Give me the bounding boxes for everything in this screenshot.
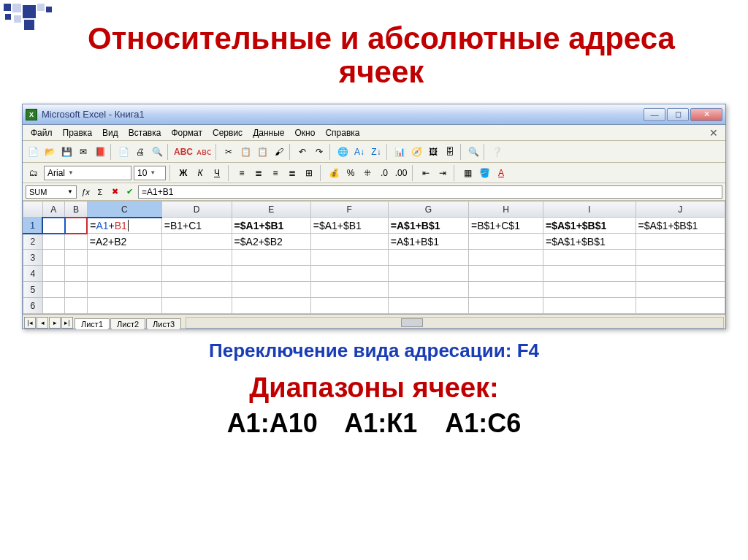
save-icon[interactable]: 💾 bbox=[58, 144, 75, 160]
menu-edit[interactable]: Правка bbox=[58, 126, 98, 139]
spreadsheet-grid[interactable]: A B C D E F G H I J 1 =A1+B1 =B1+C1 =$A1… bbox=[23, 201, 725, 314]
cell[interactable] bbox=[161, 298, 232, 314]
copy-icon[interactable]: 📋 bbox=[237, 144, 253, 160]
preview-icon[interactable]: 🔍 bbox=[149, 144, 165, 160]
chart-icon[interactable]: 📊 bbox=[392, 144, 408, 160]
maximize-button[interactable]: ◻ bbox=[667, 108, 689, 121]
cell[interactable] bbox=[636, 266, 725, 282]
cell[interactable] bbox=[310, 266, 388, 282]
cell[interactable] bbox=[543, 266, 636, 282]
row-header[interactable]: 2 bbox=[23, 234, 43, 250]
accept-edit-icon[interactable]: ✔ bbox=[123, 185, 136, 199]
col-header[interactable]: I bbox=[543, 202, 636, 218]
cell[interactable] bbox=[469, 298, 543, 314]
indent-dec-icon[interactable]: ⇤ bbox=[419, 166, 433, 180]
zoom-icon[interactable]: 🔍 bbox=[465, 144, 481, 160]
sheet-tab[interactable]: Лист2 bbox=[110, 318, 145, 329]
mail-icon[interactable]: ✉ bbox=[75, 144, 91, 160]
cell[interactable]: =$A$1+$B$1 bbox=[636, 218, 725, 234]
cell[interactable]: =$A2+$B2 bbox=[232, 234, 310, 250]
cell[interactable] bbox=[65, 282, 88, 298]
cell[interactable] bbox=[87, 266, 161, 282]
cell[interactable] bbox=[87, 298, 161, 314]
col-header[interactable]: G bbox=[388, 202, 468, 218]
cell[interactable] bbox=[161, 282, 232, 298]
font-size-combo[interactable]: 10 ▼ bbox=[134, 166, 166, 180]
menu-format[interactable]: Формат bbox=[166, 126, 207, 139]
autospell-icon[interactable]: ᴀʙᴄ bbox=[195, 144, 213, 160]
cell[interactable]: =A$1+B$1 bbox=[388, 218, 468, 234]
cell[interactable]: =$A1+$B1 bbox=[232, 218, 310, 234]
cell[interactable] bbox=[161, 250, 232, 266]
cell[interactable] bbox=[636, 250, 725, 266]
last-sheet-icon[interactable]: ▸| bbox=[61, 317, 73, 329]
cell[interactable]: =A$1+B$1 bbox=[388, 234, 468, 250]
export-pdf-icon[interactable]: 📕 bbox=[92, 144, 108, 160]
cell[interactable] bbox=[388, 250, 468, 266]
sheet-tab[interactable]: Лист1 bbox=[75, 318, 110, 329]
cell[interactable]: =B1+C1 bbox=[161, 218, 232, 234]
cell[interactable] bbox=[636, 298, 725, 314]
cut-icon[interactable]: ✂ bbox=[221, 144, 237, 160]
col-header[interactable]: B bbox=[65, 202, 88, 218]
cell[interactable] bbox=[636, 234, 725, 250]
function-wizard-icon[interactable]: ƒx bbox=[79, 185, 92, 199]
sum-icon[interactable]: Σ bbox=[94, 185, 107, 199]
font-name-combo[interactable]: Arial ▼ bbox=[44, 166, 131, 180]
cell[interactable] bbox=[469, 234, 543, 250]
spellcheck-icon[interactable]: ABC bbox=[172, 144, 194, 160]
paste-icon[interactable]: 📋 bbox=[254, 144, 270, 160]
cell[interactable] bbox=[87, 282, 161, 298]
styles-icon[interactable]: 🗂 bbox=[26, 165, 42, 181]
cell[interactable] bbox=[232, 266, 310, 282]
cell[interactable] bbox=[469, 282, 543, 298]
cell[interactable] bbox=[65, 250, 88, 266]
cell[interactable] bbox=[65, 298, 88, 314]
cell[interactable] bbox=[232, 250, 310, 266]
cell[interactable] bbox=[310, 250, 388, 266]
cell[interactable] bbox=[543, 250, 636, 266]
cancel-edit-icon[interactable]: ✖ bbox=[108, 185, 121, 199]
col-header[interactable]: A bbox=[42, 202, 65, 218]
cell[interactable] bbox=[469, 266, 543, 282]
align-left-icon[interactable]: ≡ bbox=[234, 166, 249, 180]
help-icon[interactable]: ❔ bbox=[489, 144, 505, 160]
row-header[interactable]: 4 bbox=[23, 266, 43, 282]
close-button[interactable]: ✕ bbox=[690, 108, 722, 121]
cell[interactable] bbox=[469, 250, 543, 266]
percent-icon[interactable]: % bbox=[343, 166, 358, 180]
col-header[interactable]: E bbox=[232, 202, 310, 218]
sheet-tab[interactable]: Лист3 bbox=[146, 318, 181, 329]
menu-window[interactable]: Окно bbox=[289, 126, 320, 139]
cell[interactable] bbox=[87, 250, 161, 266]
cell[interactable] bbox=[232, 282, 310, 298]
datasources-icon[interactable]: 🗄 bbox=[442, 144, 458, 160]
cell[interactable] bbox=[310, 298, 388, 314]
hyperlink-icon[interactable]: 🌐 bbox=[335, 144, 351, 160]
cell[interactable] bbox=[161, 234, 232, 250]
row-header[interactable]: 1 bbox=[23, 218, 43, 234]
cell[interactable] bbox=[65, 266, 88, 282]
row-header[interactable]: 6 bbox=[23, 298, 43, 314]
col-header[interactable]: F bbox=[310, 202, 388, 218]
cell[interactable]: =$A1+$B1 bbox=[310, 218, 388, 234]
sort-desc-icon[interactable]: Z↓ bbox=[368, 144, 384, 160]
menu-insert[interactable]: Вставка bbox=[123, 126, 167, 139]
minimize-button[interactable]: — bbox=[644, 108, 665, 121]
cell[interactable] bbox=[388, 298, 468, 314]
col-header[interactable]: C bbox=[87, 202, 161, 218]
cell[interactable] bbox=[388, 282, 468, 298]
cell[interactable] bbox=[65, 234, 88, 250]
menu-file[interactable]: Файл bbox=[26, 126, 58, 139]
col-header[interactable]: H bbox=[469, 202, 543, 218]
cell[interactable] bbox=[42, 266, 65, 282]
formula-input[interactable]: =A1+B1 bbox=[138, 185, 722, 199]
next-sheet-icon[interactable]: ▸ bbox=[49, 317, 61, 329]
cell[interactable] bbox=[636, 282, 725, 298]
name-box[interactable]: SUM ▼ bbox=[26, 185, 77, 199]
borders-icon[interactable]: ▦ bbox=[460, 166, 475, 180]
open-icon[interactable]: 📂 bbox=[42, 144, 58, 160]
align-right-icon[interactable]: ≡ bbox=[268, 166, 283, 180]
cell[interactable]: =$A$1+$B$1 bbox=[543, 234, 636, 250]
undo-icon[interactable]: ↶ bbox=[294, 144, 310, 160]
